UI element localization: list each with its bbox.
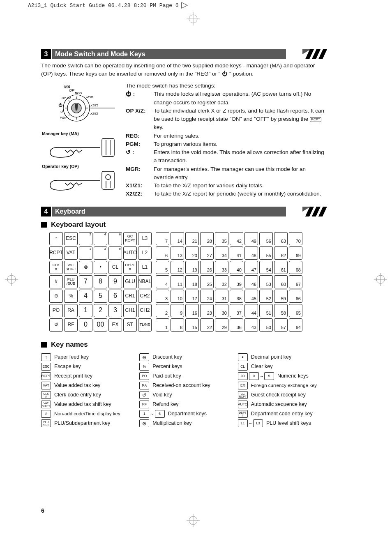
section-stripe-icon: [286, 49, 327, 59]
dept-keycap: 45: [244, 290, 258, 303]
mini-keycap: RF: [139, 401, 149, 408]
crop-mark-top: [185, 11, 201, 29]
dept-keycap: 34: [215, 246, 228, 260]
mini-keycap: ↑: [41, 353, 51, 361]
key-name-row: ↑Paper feed key: [41, 353, 130, 362]
manager-key-icon: [41, 137, 119, 160]
mini-keycap: CL: [238, 363, 248, 371]
dept-keycap: 46: [244, 275, 258, 288]
keycap: 8: [94, 275, 107, 288]
dept-keycap: 55: [259, 246, 273, 260]
mini-keycap: ⊖: [139, 353, 149, 361]
keycap: GCRCPT: [123, 232, 137, 245]
keycap: 4: [79, 290, 92, 303]
mini-keycap: RA: [139, 382, 149, 389]
key-name-row: •Decimal point key: [238, 353, 327, 362]
svg-text:PGM: PGM: [60, 116, 67, 119]
dept-keycap: 23: [200, 304, 214, 317]
mini-keycap: CLK#: [41, 391, 51, 399]
mode-setting-row: OP X/Z:To take individual clerk X or Z r…: [126, 107, 327, 132]
dept-keycap: 24: [200, 290, 214, 303]
mode-setting-row: MGR:For manager's entries. The manager c…: [126, 165, 327, 182]
operator-key-icon: [41, 170, 119, 193]
mode-setting-row: PGM:To program various items.: [126, 140, 327, 148]
keycap: ⊗: [79, 261, 92, 274]
keycap: %: [64, 290, 78, 303]
keycap: 6: [108, 232, 122, 245]
keycap: ↑: [49, 232, 63, 245]
keycap: AUTO: [123, 246, 137, 260]
section-4-number: 4: [41, 207, 51, 216]
keycap: GLU: [123, 275, 137, 288]
mode-setting-row: ⏻ :This mode locks all register operatio…: [126, 90, 327, 107]
dept-keycap: 15: [185, 318, 199, 332]
keycap: 3: [94, 246, 107, 260]
keycap: CH1: [123, 304, 137, 317]
keycap: 9: [108, 275, 122, 288]
mini-keycap: VATSHIFT: [41, 401, 51, 408]
keycap: ↺: [49, 318, 63, 332]
dept-keycap: 28: [200, 232, 214, 245]
mini-keycap: DEPT#: [238, 410, 248, 418]
dept-keycap: 8: [171, 318, 184, 332]
keycap: DEPT#: [123, 261, 137, 274]
section-4-title: Keyboard: [51, 207, 286, 216]
svg-text:X2/Z2: X2/Z2: [90, 112, 98, 115]
mini-keycap: PLU/SUB: [41, 419, 51, 427]
keycap: 1: [79, 246, 92, 260]
keycap: CR1: [123, 290, 137, 303]
mode-dial-icon: MA OP REG OP X/Z MGR X1/Z1 X2/Z2 PGM ⏻ ↺: [41, 82, 119, 127]
dept-keycap: 18: [185, 275, 199, 288]
dept-keycap: 38: [230, 290, 243, 303]
keycap: CH2: [138, 304, 152, 317]
dept-keycap: 4: [156, 275, 169, 288]
dept-keycap: 68: [289, 261, 302, 274]
dept-keycap: 49: [244, 232, 258, 245]
keycap: VATSHIFT: [64, 261, 78, 274]
dept-keycap: 32: [215, 275, 228, 288]
dept-keycap: 66: [289, 290, 302, 303]
keycap: 5: [94, 290, 107, 303]
mini-keycap: #: [41, 410, 51, 418]
svg-text:REG: REG: [75, 91, 82, 95]
key-name-row: 1~6Department keys: [139, 410, 228, 418]
keycap: 00: [94, 318, 107, 332]
key-name-row: #Non-add code/Time display key: [41, 410, 130, 418]
dept-keycap: 61: [274, 261, 288, 274]
key-name-row: 000~9Numeric keys: [238, 372, 327, 380]
dept-keycap: 25: [200, 275, 214, 288]
keycap: 6: [108, 290, 122, 303]
crop-mark-right: [372, 271, 389, 289]
dept-keycap: 2: [156, 304, 169, 317]
manager-key-label: Manager key (MA): [42, 131, 119, 136]
dept-keycap: 12: [171, 261, 184, 274]
dept-keycap: 41: [230, 246, 243, 260]
dept-keycap: 48: [244, 246, 258, 260]
svg-line-24: [83, 115, 85, 116]
dept-keycap: 22: [200, 318, 214, 332]
dept-keycap: 56: [259, 232, 273, 245]
dept-keycap: 5: [156, 261, 169, 274]
dept-keycap: 3: [156, 290, 169, 303]
dept-keycap: 29: [215, 318, 228, 332]
keycap: ⊖: [49, 290, 63, 303]
key-name-row: POPaid-out key: [139, 372, 228, 380]
dept-keycap: 59: [274, 290, 288, 303]
keycap: ESC: [64, 232, 78, 245]
dept-keycap: 62: [274, 246, 288, 260]
dept-keycap: 64: [289, 318, 302, 332]
dept-keycap: 69: [289, 246, 302, 260]
dept-keycap: 39: [230, 275, 243, 288]
keycap: 5: [108, 246, 122, 260]
key-name-row: CLClear key: [238, 363, 327, 371]
keycap: VAT: [64, 246, 78, 260]
svg-line-22: [83, 100, 85, 101]
dept-keycap: 9: [171, 304, 184, 317]
keycap: ST: [123, 318, 137, 332]
key-name-row: GCRCPTGuest check receipt key: [238, 391, 327, 399]
mini-keycap: ↺: [139, 391, 149, 399]
key-name-row: CLK#Clerk code entry key: [41, 391, 130, 399]
key-name-row: VATSHIFTValue added tax shift key: [41, 401, 130, 409]
svg-line-25: [68, 100, 70, 101]
key-name-row: ↺Void key: [139, 391, 228, 399]
